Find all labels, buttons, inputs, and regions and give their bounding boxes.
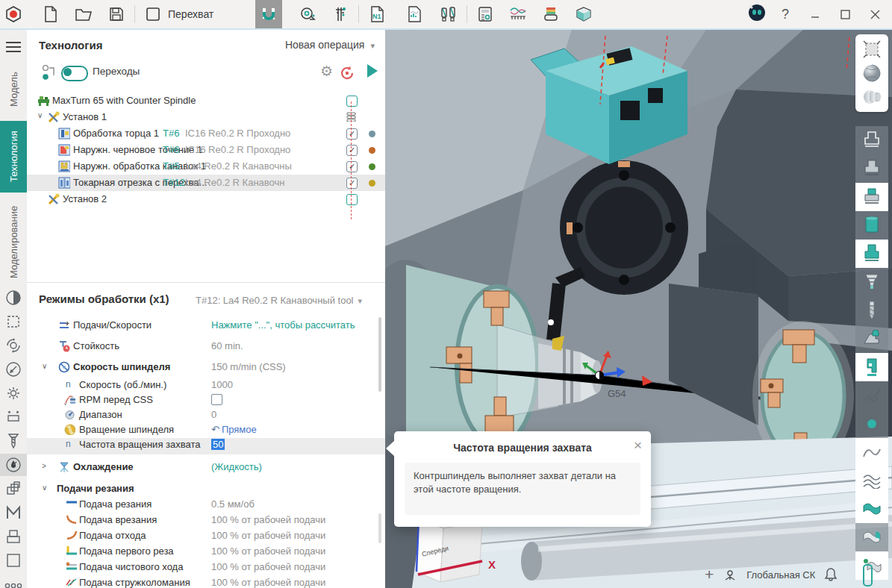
tree-row-machine[interactable]: MaxTurn 65 with Counter Spindle (27, 93, 385, 109)
param-coolant-group[interactable]: > Охлаждение (Жидкость) (27, 460, 385, 482)
tool-display-button[interactable] (855, 296, 888, 325)
minimize-button[interactable] (804, 3, 826, 25)
params-scrollbar[interactable] (378, 317, 381, 392)
macro-m-icon[interactable] (0, 501, 27, 524)
save-button[interactable] (103, 1, 130, 27)
stock-cylinder-button[interactable] (855, 85, 888, 109)
nc-program-button[interactable]: N1 (364, 1, 390, 27)
param-spindle-speed-group[interactable]: ∨ Скорость шпинделя 150 m/min (CSS) (27, 360, 385, 378)
add-wcs-button[interactable]: + (705, 566, 714, 584)
drill-tool-icon[interactable] (0, 430, 27, 452)
tab-model[interactable]: Модель (0, 63, 27, 116)
rotate-view-icon[interactable] (0, 334, 27, 357)
blank-square-icon[interactable] (0, 549, 27, 572)
point-display-button[interactable] (855, 410, 888, 438)
param-cutting-feeds-group[interactable]: ∨ Подачи резания (27, 482, 385, 498)
param-plunge-feed[interactable]: Подача врезания 100 % от рабочей подачи (27, 513, 385, 529)
stock-box-button[interactable] (570, 1, 597, 27)
chevron-expanded-icon[interactable]: ∨ (42, 362, 47, 370)
help-button[interactable]: ? (774, 3, 796, 25)
more-dots-icon[interactable] (0, 575, 27, 588)
compass-icon[interactable] (0, 358, 27, 381)
operation-checkbox[interactable]: ✓ (346, 128, 358, 140)
fixture-cone-button[interactable] (855, 268, 888, 296)
new-file-button[interactable] (37, 1, 64, 27)
transitions-toggle[interactable] (61, 66, 88, 81)
layers-icon[interactable] (0, 478, 27, 500)
shading-theme-icon[interactable] (0, 287, 27, 309)
part-solid-button[interactable] (855, 211, 888, 240)
setup-checkbox[interactable] (346, 194, 358, 205)
surface-teal-flag-button[interactable] (855, 495, 888, 523)
chevron-collapsed-icon[interactable]: > (42, 462, 46, 470)
stock-part-button[interactable] (855, 183, 888, 211)
open-file-button[interactable] (70, 1, 97, 27)
chevron-expanded-icon[interactable]: ∨ (37, 111, 43, 119)
toolbar-end-pill[interactable] (863, 564, 873, 587)
operation-checkbox[interactable]: ✓ (346, 145, 358, 156)
machine-lathe-display-button[interactable] (855, 325, 888, 353)
param-chip-break-feed[interactable]: Подача стружколомания 100 % от рабочей п… (27, 576, 385, 588)
surface-waves-button[interactable] (855, 466, 888, 495)
selection-box-icon[interactable] (0, 310, 27, 333)
rotation-direction-value[interactable]: ↶Прямое (211, 424, 257, 435)
caliper-button[interactable] (327, 1, 354, 27)
tab-modeling[interactable]: Моделирование (0, 197, 27, 287)
param-tool-life[interactable]: Стойкость 60 min. (27, 340, 385, 360)
zoom-fit-button[interactable] (855, 37, 888, 61)
settings-gear-icon[interactable] (0, 382, 27, 404)
capture-window-icon[interactable] (140, 1, 166, 27)
layers-stack-button[interactable] (537, 1, 564, 27)
coolant-gauge-icon[interactable] (0, 454, 27, 476)
assistant-robot-icon[interactable] (747, 3, 767, 25)
machine-checkbox[interactable] (346, 96, 358, 107)
param-feeds-speeds[interactable]: Подачи/Скорости Нажмите "...", чтобы рас… (27, 319, 385, 340)
run-simulation-icon[interactable] (367, 64, 378, 78)
stock-solid-button[interactable] (855, 154, 888, 183)
param-grab-rpm-row[interactable]: n Частота вращения захвата 50 (27, 438, 385, 454)
app-logo-icon[interactable] (0, 1, 27, 27)
param-range[interactable]: Диапазон 0 (27, 408, 385, 423)
calculate-link[interactable]: Нажмите "...", чтобы рассчитать (211, 319, 355, 331)
close-icon[interactable]: × (634, 437, 642, 454)
statistics-button[interactable] (505, 1, 531, 27)
tool-library-button[interactable] (435, 1, 462, 27)
operation-checkbox[interactable]: ✓ (346, 178, 358, 189)
tree-structure-icon[interactable] (42, 64, 57, 81)
chevron-expanded-icon[interactable]: ∨ (42, 484, 47, 492)
report-button[interactable] (401, 1, 428, 27)
3d-viewport[interactable]: G54 (385, 30, 892, 588)
tree-row-operation[interactable]: Наружн. черновое точение 1 T#6 IC16 Re0.… (27, 142, 385, 158)
tree-row-setup2[interactable]: Установ 2 (27, 191, 385, 207)
tree-row-setup1[interactable]: ∨ Установ 1 (27, 109, 385, 125)
magnet-snap-button[interactable] (255, 0, 282, 28)
coordinate-system-icon[interactable] (723, 567, 737, 582)
param-rpm[interactable]: n Скорость (об./мин.) 1000 (27, 378, 385, 393)
grab-rpm-input[interactable]: 50 (211, 439, 225, 450)
surface-gray-flag-button[interactable] (855, 523, 888, 551)
notifications-bell-icon[interactable] (824, 567, 838, 582)
gear-icon[interactable]: ⚙ (320, 63, 333, 80)
param-spindle-rotation[interactable]: Вращение шпинделя ↶Прямое (27, 423, 385, 438)
new-operation-dropdown[interactable]: Новая операция▾ (285, 39, 375, 51)
measure-tape-button[interactable] (294, 1, 321, 27)
close-button[interactable] (864, 3, 886, 25)
param-retract-feed[interactable]: Подача отхода 100 % от рабочей подачи (27, 529, 385, 545)
stock-stack-icon[interactable] (0, 525, 27, 548)
tree-row-operation[interactable]: Обработка торца 1 T#6 IC16 Re0.2 R Прохо… (27, 125, 385, 142)
calculator-button[interactable] (472, 1, 499, 27)
machine-mill-display-button[interactable] (855, 353, 888, 381)
part-stepped-button[interactable] (855, 240, 888, 268)
tree-row-operation[interactable]: Наружн. обработка канавок 1 T#5 La4 Re0.… (27, 158, 385, 175)
tree-row-operation-selected[interactable]: Токарная отрезка с перехва... T#12 La4 R… (27, 175, 385, 191)
param-first-cut-feed[interactable]: Подача первого реза 100 % от рабочей под… (27, 545, 385, 560)
shaded-sphere-button[interactable] (855, 61, 888, 85)
recalculate-icon[interactable] (339, 65, 355, 81)
params-scrollbar-segment[interactable] (378, 513, 381, 543)
param-finish-pass-feed[interactable]: Подача чистового хода 100 % от рабочей п… (27, 560, 385, 576)
wcs-selector[interactable]: Глобальная СК (746, 569, 815, 581)
curve-display-button[interactable] (855, 438, 888, 466)
toolpath-display-button[interactable] (855, 381, 888, 410)
param-rpm-before-css[interactable]: vn RPM перед CSS (27, 393, 385, 408)
operation-checkbox[interactable]: ✓ (346, 161, 358, 172)
